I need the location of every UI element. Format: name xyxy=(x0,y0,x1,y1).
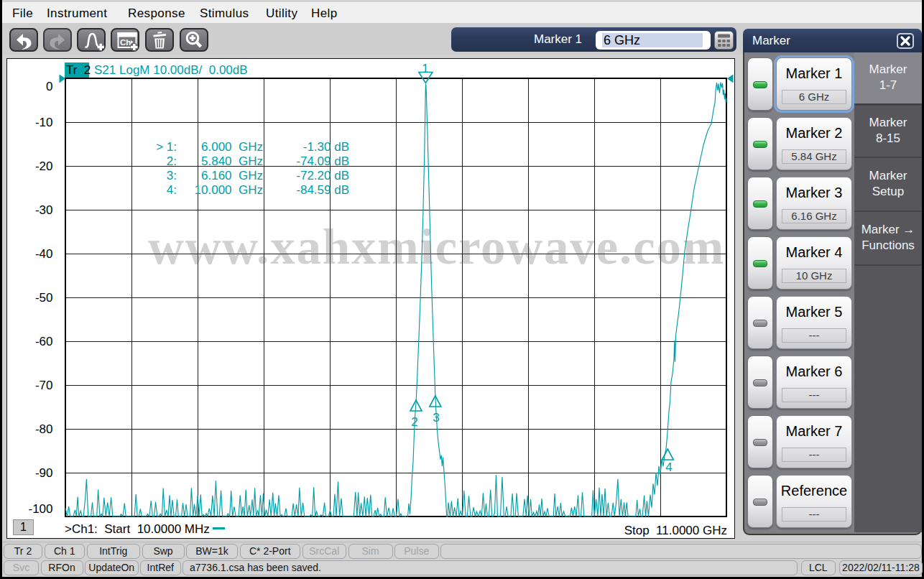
svg-text:-90: -90 xyxy=(35,466,53,480)
svg-text:Tr 2: Tr 2 xyxy=(66,63,91,77)
svg-text:-50: -50 xyxy=(35,291,53,305)
svg-text:0: 0 xyxy=(46,80,52,93)
svg-text:-1.30 dB: -1.30 dB xyxy=(303,140,349,154)
svg-text:-72.20 dB: -72.20 dB xyxy=(296,169,349,182)
svg-text:>Ch1: Start 10.0000 MHz: >Ch1: Start 10.0000 MHz xyxy=(65,522,210,536)
svg-text:5.840 GHz: 5.840 GHz xyxy=(201,154,263,168)
svg-text:Ch: Ch xyxy=(120,38,131,47)
svg-text:-84.59 dB: -84.59 dB xyxy=(296,183,349,197)
svg-text:Stop 11.0000 GHz: Stop 11.0000 GHz xyxy=(624,524,727,537)
svg-text:3:: 3: xyxy=(167,169,177,182)
svg-text:2:: 2: xyxy=(167,154,177,168)
svg-text:> 1:: > 1: xyxy=(156,140,177,154)
svg-text:10.000 GHz: 10.000 GHz xyxy=(195,183,263,197)
svg-text:-70: -70 xyxy=(35,379,53,392)
svg-text:6.160 GHz: 6.160 GHz xyxy=(201,169,263,182)
svg-text:-100: -100 xyxy=(28,502,52,516)
svg-text:S21 LogM 10.00dB/ 0.00dB: S21 LogM 10.00dB/ 0.00dB xyxy=(94,63,248,77)
svg-text:-80: -80 xyxy=(35,422,53,436)
svg-text:-74.09 dB: -74.09 dB xyxy=(296,154,349,168)
svg-text:6.000 GHz: 6.000 GHz xyxy=(201,140,263,154)
svg-text:-10: -10 xyxy=(35,116,53,129)
svg-text:4: 4 xyxy=(665,460,672,474)
svg-text:1: 1 xyxy=(422,62,428,75)
svg-text:-40: -40 xyxy=(35,247,53,261)
svg-text:-30: -30 xyxy=(35,203,53,217)
svg-text:-60: -60 xyxy=(35,335,53,348)
svg-text:-20: -20 xyxy=(35,159,53,173)
svg-text:4:: 4: xyxy=(167,183,177,197)
svg-text:2: 2 xyxy=(411,415,417,429)
svg-text:3: 3 xyxy=(433,411,439,425)
